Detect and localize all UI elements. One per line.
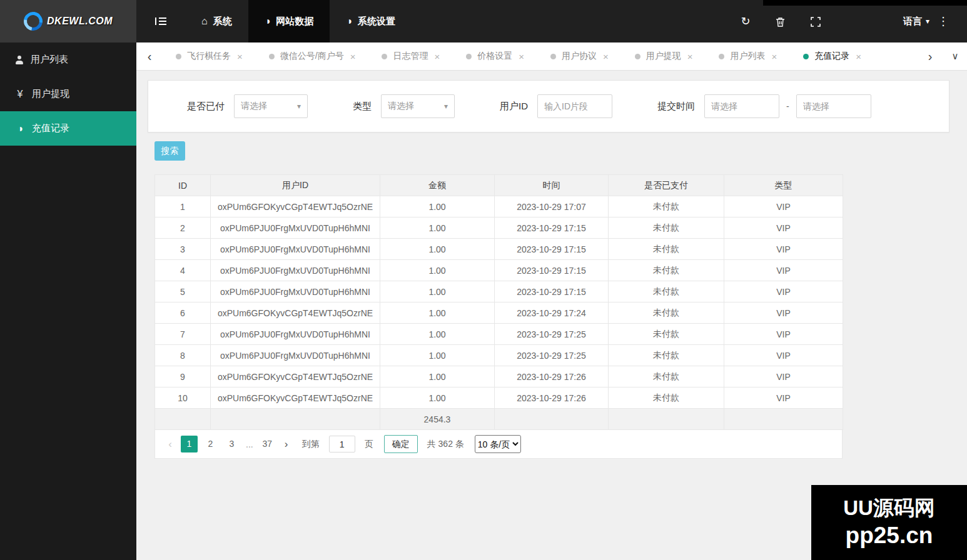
page-button-37[interactable]: 37 xyxy=(259,436,276,452)
cell-user-id: oxPUm6GFOKyvCGpT4EWTJq5OzrNE xyxy=(211,388,380,409)
tab-wechat-merchant[interactable]: 微信公号/商户号 × xyxy=(256,42,369,70)
page-ellipsis: ... xyxy=(245,439,255,449)
menu-toggle-button[interactable] xyxy=(136,0,185,42)
sidebar-item-user-list[interactable]: 用户列表 xyxy=(0,42,136,77)
tabbar: ‹ 飞行棋任务 × 微信公号/商户号 × 日志管理 × 价格设置 × 用户协议 … xyxy=(136,42,967,71)
userid-filter-label: 用户ID xyxy=(500,101,528,112)
tab-scroll-right-button[interactable]: › xyxy=(917,49,943,64)
total-amount: 2454.3 xyxy=(380,409,495,430)
time-from-input[interactable] xyxy=(704,94,779,118)
cell-paid-status: 未付款 xyxy=(609,196,724,218)
next-page-chevron-right-icon[interactable]: › xyxy=(280,438,293,451)
page-size-select[interactable]: 10 条/页 xyxy=(475,435,521,453)
cell-amount: 1.00 xyxy=(380,324,495,345)
nav-label: 系统设置 xyxy=(358,16,395,28)
tab-user-agreement[interactable]: 用户协议 × xyxy=(537,42,622,70)
sidebar-item-recharge-records[interactable]: ◑ 充值记录 xyxy=(0,111,136,146)
tab-dot-icon xyxy=(635,54,640,59)
paid-filter-select[interactable]: 请选择 ▾ xyxy=(234,94,308,118)
tab-close-icon[interactable]: × xyxy=(603,51,609,62)
tab-label: 微信公号/商户号 xyxy=(280,51,344,62)
search-button[interactable]: 搜索 xyxy=(154,141,185,161)
table-row: 9 oxPUm6GFOKyvCGpT4EWTJq5OzrNE 1.00 2023… xyxy=(155,366,843,388)
nav-label: 系统 xyxy=(213,16,232,28)
cell-amount: 1.00 xyxy=(380,366,495,388)
tab-dot-icon xyxy=(382,54,387,59)
tab-log-management[interactable]: 日志管理 × xyxy=(368,42,453,70)
userid-filter-input[interactable] xyxy=(537,94,612,118)
tab-close-icon[interactable]: × xyxy=(237,51,243,62)
cell-type: VIP xyxy=(724,388,843,409)
watermark-line2: pp25.cn xyxy=(846,521,933,550)
tab-flight-chess-tasks[interactable]: 飞行棋任务 × xyxy=(163,42,256,70)
nav-item-site-data[interactable]: ◑ 网站数据 xyxy=(248,0,330,42)
cell-amount: 1.00 xyxy=(380,239,495,260)
trash-icon[interactable] xyxy=(763,15,798,28)
header-paid-status: 是否已支付 xyxy=(609,175,724,196)
cell-paid-status: 未付款 xyxy=(609,239,724,260)
tab-close-icon[interactable]: × xyxy=(434,51,440,62)
table-row: 6 oxPUm6GFOKyvCGpT4EWTJq5OzrNE 1.00 2023… xyxy=(155,302,843,324)
cell-id: 8 xyxy=(155,345,211,366)
sidebar-item-label: 用户提现 xyxy=(32,88,69,100)
prev-page-chevron-left-icon[interactable]: ‹ xyxy=(164,438,176,451)
tab-close-icon[interactable]: × xyxy=(687,51,693,62)
tab-dot-icon xyxy=(719,54,724,59)
cell-id: 5 xyxy=(155,281,211,302)
refresh-icon[interactable]: ↻ xyxy=(728,14,763,28)
tab-close-icon[interactable]: × xyxy=(350,51,356,62)
cell-paid-status: 未付款 xyxy=(609,366,724,388)
header-amount: 金额 xyxy=(380,175,495,196)
tab-list: 飞行棋任务 × 微信公号/商户号 × 日志管理 × 价格设置 × 用户协议 × … xyxy=(163,42,917,70)
topbar: ⌂ 系统 ◑ 网站数据 ◑ 系统设置 ↻ 语言 ▾ ⋮ xyxy=(136,0,967,42)
type-filter-select[interactable]: 请选择 ▾ xyxy=(381,94,455,118)
tab-label: 充值记录 xyxy=(814,51,849,62)
table-row: 2 oxPUm6PJU0FrgMxUVD0TupH6hMNI 1.00 2023… xyxy=(155,218,843,239)
time-to-input[interactable] xyxy=(796,94,871,118)
cell-time: 2023-10-29 17:26 xyxy=(495,388,609,409)
tab-close-icon[interactable]: × xyxy=(771,51,777,62)
cell-time: 2023-10-29 17:24 xyxy=(495,302,609,324)
cell-time: 2023-10-29 17:15 xyxy=(495,281,609,302)
cell-user-id: oxPUm6PJU0FrgMxUVD0TupH6hMNI xyxy=(211,281,380,302)
nav-item-system[interactable]: ⌂ 系统 xyxy=(185,0,248,42)
goto-label: 到第 xyxy=(302,439,320,450)
header-user-id: 用户ID xyxy=(211,175,380,196)
cell-user-id: oxPUm6PJU0FrgMxUVD0TupH6hMNI xyxy=(211,345,380,366)
fullscreen-icon[interactable] xyxy=(798,15,833,28)
logo-text: DKEWL.COM xyxy=(47,16,113,27)
cell-type: VIP xyxy=(724,345,843,366)
cell-time: 2023-10-29 17:26 xyxy=(495,366,609,388)
more-menu-icon[interactable]: ⋮ xyxy=(929,14,957,28)
tab-close-icon[interactable]: × xyxy=(856,51,861,62)
sidebar: DKEWL.COM 用户列表 ¥ 用户提现 ◑ 充值记录 xyxy=(0,0,136,560)
sidebar-item-user-withdraw[interactable]: ¥ 用户提现 xyxy=(0,77,136,111)
tab-user-list[interactable]: 用户列表 × xyxy=(706,42,790,70)
cell-time: 2023-10-29 17:15 xyxy=(495,218,609,239)
cell-amount: 1.00 xyxy=(380,196,495,218)
nav-label: 网站数据 xyxy=(276,16,313,28)
cell-time: 2023-10-29 17:15 xyxy=(495,239,609,260)
tab-close-icon[interactable]: × xyxy=(519,51,524,62)
time-range-separator: - xyxy=(786,101,789,111)
tab-collapse-button[interactable]: ∨ xyxy=(943,51,967,62)
page-button-2[interactable]: 2 xyxy=(202,436,219,452)
cell-time: 2023-10-29 17:25 xyxy=(495,324,609,345)
page-button-3[interactable]: 3 xyxy=(223,436,240,452)
language-dropdown[interactable]: 语言 ▾ xyxy=(903,16,929,28)
tab-recharge-records[interactable]: 充值记录 × xyxy=(790,42,874,70)
tab-user-withdraw[interactable]: 用户提现 × xyxy=(622,42,706,70)
tab-scroll-left-button[interactable]: ‹ xyxy=(136,49,163,64)
tab-price-settings[interactable]: 价格设置 × xyxy=(453,42,537,70)
select-value: 请选择 xyxy=(388,101,414,112)
cell-amount: 1.00 xyxy=(380,281,495,302)
cell-user-id: oxPUm6GFOKyvCGpT4EWTJq5OzrNE xyxy=(211,366,380,388)
goto-page-input[interactable] xyxy=(329,436,355,452)
cell-type: VIP xyxy=(724,281,843,302)
confirm-button[interactable]: 确定 xyxy=(384,435,418,453)
nav-item-system-settings[interactable]: ◑ 系统设置 xyxy=(330,0,412,42)
tab-label: 日志管理 xyxy=(393,51,428,62)
cell-id: 7 xyxy=(155,324,211,345)
page-button-1[interactable]: 1 xyxy=(181,436,198,452)
logo: DKEWL.COM xyxy=(0,0,136,42)
